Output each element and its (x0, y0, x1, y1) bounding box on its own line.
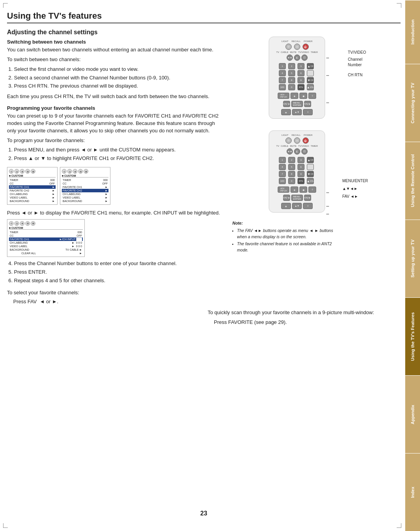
tab-index[interactable]: Index (405, 453, 420, 531)
tab-appendix[interactable]: Appendix (405, 375, 420, 453)
btn2-power[interactable]: ⏻ (303, 137, 309, 144)
subsection2-steps2: Press the Channel Number buttons to ente… (14, 260, 225, 285)
btn2-r1[interactable]: ◈ (290, 186, 298, 193)
tab-introduction[interactable]: Introduction (405, 0, 420, 64)
btn2-7[interactable]: 7 (279, 171, 286, 177)
btn-8[interactable]: 8 (288, 77, 295, 83)
remote2-labels: MENU/ENTER ▲▼◄► FAV ◄► (342, 177, 368, 200)
btn2-r2[interactable]: ◉ (299, 186, 307, 193)
right-column: LIGHTRECALLPOWER ⊙ ◎ ⏻ TVCABLEMUTETV/VID… (233, 29, 401, 306)
btn-vol-up[interactable]: ▲VOL (307, 84, 314, 90)
menu-bg-1: BACKGROUND► (9, 199, 56, 203)
btn-e[interactable]: E (294, 55, 300, 61)
btn2-ch-up[interactable]: ▲CH (307, 157, 314, 163)
btn-ch-up[interactable]: ▲CH (307, 63, 314, 69)
btn2-tv[interactable]: ◄◄ (287, 148, 293, 155)
main-content: Using the TV's features Adjusting the ch… (7, 7, 401, 524)
btn-nav2[interactable]: ▲▼ (292, 109, 302, 115)
icon1c: ⊙ (9, 221, 14, 226)
subsection-switching: Switching between two channels You can s… (7, 39, 225, 100)
btn-tv[interactable]: ◄◄ (287, 55, 293, 61)
btn2-nav1[interactable]: ◈ (281, 203, 291, 209)
btn2-nav3[interactable]: ◊ (303, 203, 313, 209)
btn2-100[interactable]: 100 (279, 178, 286, 184)
btn2-recall[interactable]: ◎ (294, 137, 300, 144)
btn-9[interactable]: 9 (298, 77, 304, 83)
btn2-menu[interactable]: MENUENTER (291, 195, 303, 201)
btn2-ch-dn[interactable]: ▼CH (307, 171, 314, 177)
btn2-nav2[interactable]: ▲▼ (292, 203, 302, 209)
btn2-6[interactable]: 6 (298, 164, 304, 170)
btn-100[interactable]: 100 (279, 84, 286, 90)
btn2-fav-l[interactable]: FAV◄ (283, 195, 290, 201)
remote2-row2: ◄◄ E ⊡ (287, 148, 308, 155)
btn2-fav-r[interactable]: FAV► (304, 195, 311, 201)
btn2-chrtn[interactable]: RTN (298, 178, 304, 184)
btn-7[interactable]: 7 (279, 77, 286, 83)
btn-4[interactable]: 4 (279, 70, 286, 76)
btn2-2[interactable]: 2 (288, 157, 295, 163)
btn2-e[interactable]: E (294, 148, 300, 155)
btn2-8[interactable]: 8 (288, 171, 295, 177)
btn2-5[interactable]: 5 (288, 164, 295, 170)
label-menuenter: MENU/ENTER (342, 177, 368, 185)
btn-3[interactable]: 3 (298, 63, 304, 69)
remote1-source-labels: TVCABLEMUTETV/VIDEOTIMER (276, 51, 318, 53)
icon3c: ⊕ (20, 221, 24, 226)
btn-6[interactable]: 6 (298, 70, 304, 76)
step2-4: Press the Channel Number buttons to ente… (14, 260, 225, 267)
menu-vidlabel-2: VIDEO LABEL► (62, 196, 108, 199)
btn-1[interactable]: 1 (279, 63, 286, 69)
btn-chrtn[interactable]: RTN (298, 84, 304, 90)
subsection2-title: Programming your favorite channels (7, 105, 225, 111)
btn2-adv[interactable]: ADVPIP CH (278, 186, 289, 193)
btn2-1[interactable]: 1 (279, 157, 286, 163)
side-tab-strip: Introduction Connecting your TV Using th… (405, 0, 420, 531)
remote-wrapper-1: LIGHTRECALLPOWER ⊙ ◎ ⏻ TVCABLEMUTETV/VID… (269, 37, 325, 119)
icon3: ⊕ (20, 169, 24, 174)
tab-connecting[interactable]: Connecting your TV (405, 64, 420, 142)
menu-screen-1: ⊙ ◎ ⊕ ⊞ ⊠ ■ CUSTOM TIMER000 CCOFF FAVORI… (7, 167, 58, 205)
menu-icons-2: ⊙ ◎ ⊕ ⊞ ⊠ (62, 169, 108, 174)
btn-2[interactable]: 2 (288, 63, 295, 69)
btn-adv[interactable]: ADVPIP CH (278, 93, 289, 99)
subsection1-body1: You can switch between two channels with… (7, 46, 225, 54)
btn-menu[interactable]: MENUENTER (291, 101, 303, 107)
label-chrtn: CH RTN (348, 71, 366, 79)
subsection-favorites: Programming your favorite channels You c… (7, 105, 225, 284)
btn2-r3[interactable]: ◊ (308, 186, 316, 193)
btn-power[interactable]: ⏻ (303, 44, 309, 50)
btn2-4[interactable]: 4 (279, 164, 286, 170)
btn-recall[interactable]: ◎ (294, 44, 300, 50)
btn-light[interactable]: ⊙ (285, 44, 292, 50)
btn-r3[interactable]: ◊ (308, 93, 316, 99)
btn2-9[interactable]: 9 (298, 171, 304, 177)
label-tvvideo: TV/VIDEO (348, 48, 366, 57)
label-chnumber: ChannelNumber (348, 57, 366, 68)
btn2-3[interactable]: 3 (298, 157, 304, 163)
btn2-vol-up[interactable]: ▲VOL (307, 178, 314, 184)
remote1-top-labels: LIGHTRECALLPOWER (282, 40, 313, 42)
btn-r2[interactable]: ◉ (299, 93, 307, 99)
menu-icons-1: ⊙ ◎ ⊕ ⊞ ⊠ (9, 169, 56, 174)
btn-fav-l[interactable]: FAV◄ (283, 101, 290, 107)
btn2-light[interactable]: ⊙ (285, 137, 292, 144)
btn-tvvideo[interactable]: ⊡ (301, 55, 308, 61)
btn2-0[interactable]: 0 (288, 178, 295, 184)
btn-fav-r[interactable]: FAV► (304, 101, 311, 107)
step2-2: Press ▲ or ▼ to highlight FAVORITE CH1 o… (14, 155, 225, 162)
tab-features[interactable]: Using the TV's Features (405, 297, 420, 375)
note-title: Note: (233, 220, 334, 227)
tab-setting-up[interactable]: Setting up your TV (405, 220, 420, 297)
btn-nav1[interactable]: ◈ (281, 109, 291, 115)
btn-nav3[interactable]: ◊ (303, 109, 313, 115)
note-list: The FAV ◄► buttons operate as menu ◄ ► b… (237, 228, 334, 253)
remote1-nav-row: ◈ ▲▼ ◊ (281, 109, 313, 115)
btn-r1[interactable]: ◈ (290, 93, 298, 99)
btn-ch-dn[interactable]: ▼CH (307, 77, 314, 83)
btn-0[interactable]: 0 (288, 84, 295, 90)
btn-5[interactable]: 5 (288, 70, 295, 76)
label-navarrows: ▲▼◄► (342, 185, 368, 193)
btn2-tvvideo[interactable]: ⊡ (301, 148, 308, 155)
tab-remote-control[interactable]: Using the Remote Control (405, 142, 420, 220)
